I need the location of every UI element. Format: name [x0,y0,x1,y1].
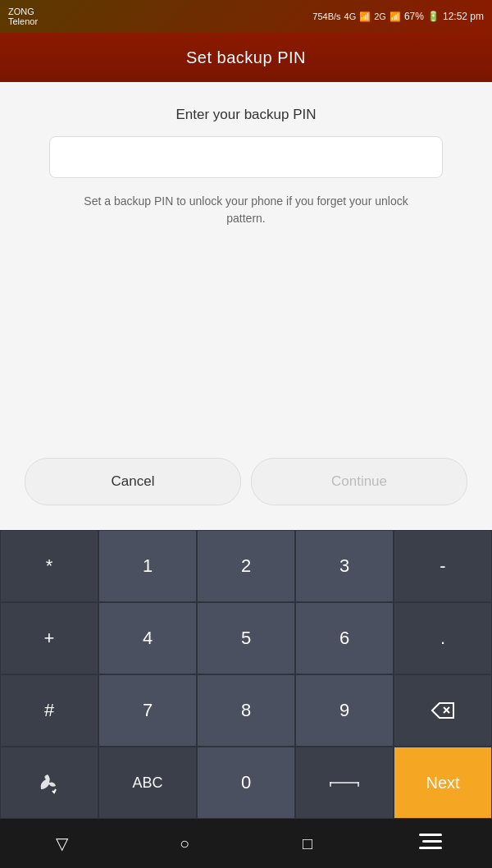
pin-input[interactable] [63,148,429,166]
cancel-button[interactable]: Cancel [25,458,241,505]
recent-nav-icon[interactable]: □ [287,834,328,853]
keyboard-row-4: ABC 0 Next [0,747,492,819]
keyboard: * 1 2 3 - + 4 5 6 . # 7 8 9 [0,530,492,819]
status-carrier: ZONG Telenor [8,7,38,26]
menu-nav-icon[interactable] [410,834,451,854]
speed-indicator: 754B/s [312,11,340,21]
keyboard-row-3: # 7 8 9 [0,674,492,747]
next-button[interactable]: Next [394,747,492,819]
main-content: Enter your backup PIN Set a backup PIN t… [0,82,492,530]
nav-bar: ▽ ○ □ [0,819,492,868]
prompt-label: Enter your backup PIN [175,107,316,123]
network-2g-icon: 2G [374,11,386,21]
carrier-sub: Telenor [8,16,38,26]
key-9[interactable]: 9 [295,674,394,747]
key-space[interactable] [295,747,394,819]
key-3[interactable]: 3 [295,530,394,602]
keyboard-row-1: * 1 2 3 - [0,530,492,602]
svg-rect-4 [358,782,359,787]
action-buttons: Cancel Continue [25,458,467,505]
key-hash[interactable]: # [0,674,98,747]
home-nav-icon[interactable]: ○ [164,834,205,853]
carrier-main: ZONG [8,7,38,16]
app-header: Set backup PIN [0,33,492,82]
signal-2-icon: 📶 [390,11,401,22]
battery-icon: 🔋 [427,11,440,22]
key-special[interactable] [0,747,98,819]
key-6[interactable]: 6 [295,602,394,674]
key-abc[interactable]: ABC [98,747,197,819]
key-dot[interactable]: . [394,602,492,674]
key-minus[interactable]: - [394,530,492,602]
hint-text: Set a backup PIN to unlock your phone if… [74,193,418,227]
pin-input-wrapper[interactable] [49,136,443,178]
key-2[interactable]: 2 [197,530,295,602]
status-right: 754B/s 4G 📶 2G 📶 67% 🔋 12:52 pm [312,11,484,22]
key-7[interactable]: 7 [98,674,197,747]
continue-button[interactable]: Continue [251,458,467,505]
network-4g-icon: 4G [344,11,357,21]
key-1[interactable]: 1 [98,530,197,602]
svg-rect-3 [330,782,331,787]
key-star[interactable]: * [0,530,98,602]
key-0[interactable]: 0 [197,747,295,819]
svg-rect-5 [419,834,442,836]
key-8[interactable]: 8 [197,674,295,747]
time-display: 12:52 pm [443,11,484,22]
keyboard-row-2: + 4 5 6 . [0,602,492,674]
key-4[interactable]: 4 [98,602,197,674]
backspace-key[interactable] [394,674,492,747]
status-bar: ZONG Telenor 754B/s 4G 📶 2G 📶 67% 🔋 12:5… [0,0,492,33]
key-5[interactable]: 5 [197,602,295,674]
svg-rect-6 [422,840,442,843]
back-nav-icon[interactable]: ▽ [41,834,82,853]
signal-icon: 📶 [359,11,371,22]
page-title: Set backup PIN [186,48,306,67]
key-plus[interactable]: + [0,602,98,674]
svg-rect-7 [419,847,442,849]
svg-rect-2 [330,782,359,783]
battery-level: 67% [404,11,424,22]
